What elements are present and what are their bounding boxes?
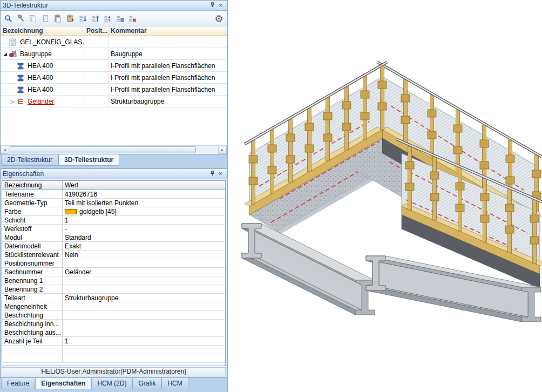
tab-hcm-2d[interactable]: HCM (2D) <box>91 378 132 389</box>
property-row[interactable]: Benennung 2 <box>2 285 225 294</box>
tab-grafik[interactable]: Grafik <box>132 378 161 389</box>
pin-icon[interactable] <box>208 2 216 10</box>
toolbar-button-sort-up[interactable] <box>89 12 101 25</box>
toolbar-button-axe[interactable] <box>15 12 27 25</box>
toolbar-button-paste[interactable] <box>52 12 64 25</box>
toolbar-button-paste-arrow[interactable] <box>64 12 77 25</box>
property-row[interactable]: TeileartStrukturbaugruppe <box>2 294 225 302</box>
bottom-tabbar: Feature Eigenschaften HCM (2D) Grafik HC… <box>0 378 227 392</box>
close-icon[interactable]: × <box>216 2 225 10</box>
search-icon <box>4 14 13 23</box>
tree-row-label: HEA 400 <box>28 86 53 93</box>
horizontal-scrollbar[interactable]: ◄ ► <box>1 145 227 154</box>
tree-row-label[interactable]: Geländer <box>28 98 54 105</box>
scroll-right-arrow-icon[interactable]: ► <box>218 146 227 154</box>
tab-hcm[interactable]: HCM <box>161 378 188 389</box>
tree-empty-area <box>1 107 227 145</box>
copy-icon <box>29 14 38 23</box>
property-row[interactable]: Werkstoff- <box>2 225 225 233</box>
tab-eigenschaften[interactable]: Eigenschaften <box>35 378 91 389</box>
structure-tabbar: 2D-Teilestruktur 3D-Teilestruktur <box>0 154 227 168</box>
property-row[interactable]: Beschichtung aus... <box>2 328 225 337</box>
property-row[interactable]: Teilename419026716 <box>2 190 225 199</box>
tree-row-comment <box>109 36 227 48</box>
tree-row[interactable]: ◢ Baugruppe Baugruppe <box>1 48 227 60</box>
properties-table-header: Bezeichnung Wert <box>2 181 225 190</box>
toolbar-button-copy[interactable] <box>27 12 39 25</box>
sort-remove-icon <box>128 14 137 23</box>
scrollbar-thumb[interactable] <box>10 146 196 153</box>
sort-up-icon <box>91 14 100 23</box>
property-row[interactable]: Mengeneinheit <box>2 302 225 311</box>
property-row[interactable]: ModulStandard <box>2 233 225 242</box>
tree-rows: GEL_KONFIG_GLAS... ◢ Baugruppe Baugruppe… <box>1 36 227 107</box>
property-row[interactable]: StücklistenrelevantNein <box>2 251 225 259</box>
toolbar-button-search[interactable] <box>2 12 15 25</box>
tree-row[interactable]: HEA 400 I-Profil mit parallelen Flanschf… <box>1 60 227 72</box>
page-icon <box>41 14 50 23</box>
tree-row-comment: I-Profil mit parallelen Flanschflächen <box>109 72 227 84</box>
toolbar-button-sort-remove[interactable] <box>126 12 139 25</box>
toolbar-button-sort-both[interactable] <box>101 12 114 25</box>
tree-row[interactable]: HEA 400 I-Profil mit parallelen Flanschf… <box>1 72 227 84</box>
scroll-left-arrow-icon[interactable]: ◄ <box>1 146 9 154</box>
prop-column-header-name[interactable]: Bezeichnung <box>2 181 63 190</box>
tree-row-label: Baugruppe <box>20 50 52 58</box>
property-row[interactable]: DatenmodellExakt <box>2 242 225 251</box>
expander-expanded-icon[interactable]: ◢ <box>2 51 9 57</box>
tab-2d-teilestruktur[interactable]: 2D-Teilestruktur <box>1 154 58 166</box>
expander-collapsed-icon[interactable]: ▷ <box>9 99 16 104</box>
column-header-position[interactable]: Posit... <box>84 26 109 36</box>
sort-down-icon <box>78 14 87 23</box>
toolbar-button-page[interactable] <box>39 12 52 25</box>
property-row[interactable]: Beschichtung <box>2 311 225 320</box>
railing-icon <box>16 97 26 106</box>
properties-panel: Eigenschaften × Bezeichnung Wert Teilena… <box>0 168 227 378</box>
tree-row-label: HEA 400 <box>28 74 53 82</box>
property-row[interactable]: Farbe goldgelb [45] <box>2 207 225 216</box>
property-row[interactable]: Benennung 1 <box>2 276 225 285</box>
properties-table: Bezeichnung Wert Teilename419026716 Geom… <box>2 180 226 366</box>
column-header-kommentar[interactable]: Kommentar <box>109 26 227 36</box>
toolbar-button-settings[interactable] <box>213 12 225 25</box>
tree-row[interactable]: GEL_KONFIG_GLAS... <box>1 36 227 48</box>
beam-icon <box>16 62 26 70</box>
column-header-bezeichnung[interactable]: Bezeichnung <box>1 26 84 36</box>
structure-toolbar <box>1 11 227 26</box>
sort-both-icon <box>103 14 112 23</box>
3d-viewport[interactable] <box>227 0 542 392</box>
property-row[interactable]: Schicht1 <box>2 216 225 225</box>
pin-icon[interactable] <box>208 170 216 178</box>
beam-icon <box>16 73 26 82</box>
structure-panel-title: 3D-Teilestruktur <box>3 2 208 9</box>
property-row-empty <box>2 354 225 363</box>
structure-panel-titlebar: 3D-Teilestruktur × <box>1 1 227 11</box>
close-icon[interactable]: × <box>216 170 225 178</box>
tree-row[interactable]: ▷ Geländer Strukturbaugruppe <box>1 96 227 107</box>
property-row[interactable]: Positionsnummer <box>2 259 225 268</box>
toolbar-button-sort-box[interactable] <box>114 12 126 25</box>
gear-icon <box>214 14 223 23</box>
tab-feature[interactable]: Feature <box>1 378 35 389</box>
property-row[interactable]: SachnummerGeländer <box>2 268 225 276</box>
property-row[interactable]: Anzahl je Teil1 <box>2 337 225 346</box>
assembly-icon <box>9 50 18 58</box>
structure-panel: 3D-Teilestruktur × Bezeichnung Posit... … <box>0 0 227 154</box>
prop-column-header-value[interactable]: Wert <box>63 181 225 190</box>
tree-row-comment: Baugruppe <box>109 48 227 60</box>
paste-arrow-icon <box>66 14 75 23</box>
properties-panel-titlebar: Eigenschaften × <box>1 169 227 179</box>
property-row[interactable]: Beschichtung inn... <box>2 320 225 328</box>
drawing-doc-icon <box>9 38 18 46</box>
toolbar-button-sort-down[interactable] <box>77 12 89 25</box>
tree-row-comment: I-Profil mit parallelen Flanschflächen <box>109 60 227 72</box>
tree-row-comment: Strukturbaugruppe <box>109 96 227 107</box>
tree-row[interactable]: HEA 400 I-Profil mit parallelen Flanschf… <box>1 84 227 96</box>
property-row[interactable]: Geometrie-TypTeil mit isolierten Punkten <box>2 199 225 207</box>
color-value: goldgelb [45] <box>79 208 117 215</box>
tab-3d-teilestruktur[interactable]: 3D-Teilestruktur <box>58 154 119 166</box>
color-swatch <box>65 209 77 214</box>
helios-user-statusbar: HELiOS-User:Administrator[PDM-Administra… <box>2 367 226 376</box>
model-left-beam[interactable] <box>242 224 375 315</box>
railing-model <box>228 0 542 392</box>
